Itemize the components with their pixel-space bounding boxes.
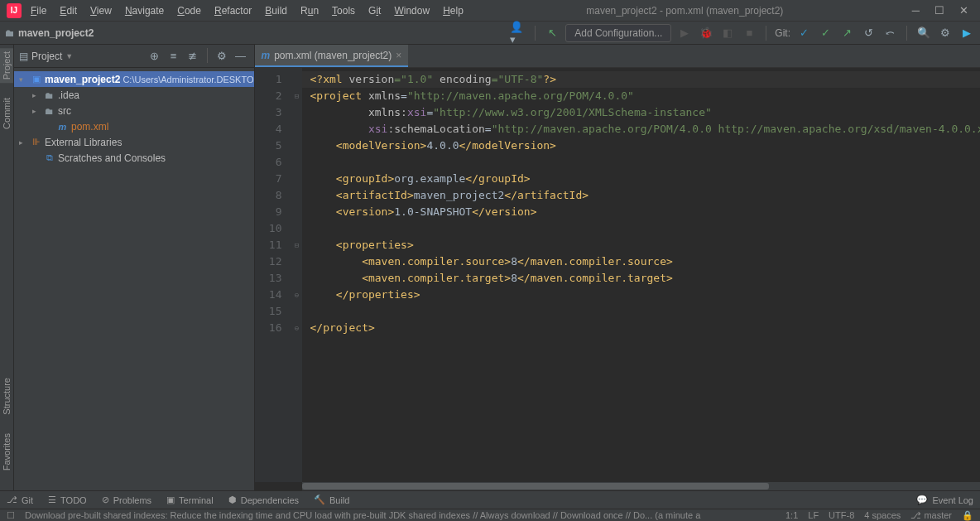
tool-todo[interactable]: ☰TODO (48, 494, 87, 505)
hide-icon[interactable]: — (233, 48, 249, 65)
status-encoding[interactable]: UTF-8 (829, 510, 854, 520)
left-tool-rail: Project Commit Structure Favorites (0, 45, 14, 490)
git-label: Git: (775, 27, 790, 39)
close-icon[interactable]: ✕ (959, 4, 968, 17)
titlebar: IJ File Edit View Navigate Code Refactor… (0, 0, 980, 22)
folder-icon: 🖿 (5, 27, 15, 39)
status-window-icon[interactable]: ☐ (7, 510, 15, 521)
folder-icon: 🖿 (43, 89, 55, 101)
tree-src[interactable]: ▸ 🖿 src (14, 103, 254, 118)
menu-edit[interactable]: Edit (54, 2, 83, 19)
menu-navigate[interactable]: Navigate (119, 2, 170, 19)
maximize-icon[interactable]: ☐ (934, 4, 944, 17)
collapse-arrow-icon[interactable]: ▸ (32, 107, 41, 115)
expand-icon[interactable]: ≡ (166, 48, 182, 65)
maven-icon: m (56, 120, 69, 133)
tree-pom[interactable]: m pom.xml (14, 118, 254, 134)
rail-structure[interactable]: Structure (0, 374, 13, 418)
panel-title[interactable]: Project (31, 51, 62, 62)
status-branch[interactable]: ⎇ master (910, 510, 952, 521)
tool-build[interactable]: 🔨Build (314, 494, 349, 505)
minimize-icon[interactable]: ─ (912, 4, 920, 17)
git-update-icon[interactable]: ✓ (795, 25, 812, 41)
tab-close-icon[interactable]: × (396, 50, 401, 61)
editor-tabs: m pom.xml (maven_project2) × ✔ (255, 45, 980, 68)
main-menu: File Edit View Navigate Code Refactor Bu… (25, 2, 469, 19)
code-editor[interactable]: 12345678910111213141516 ⊟⊟⊖⊖ <?xml versi… (255, 68, 980, 482)
dropdown-icon[interactable]: ▼ (65, 52, 73, 60)
status-indent[interactable]: 4 spaces (864, 510, 901, 520)
git-commit-icon[interactable]: ✓ (817, 25, 833, 41)
rail-commit[interactable]: Commit (0, 94, 13, 133)
tool-event-log[interactable]: 💬Event Log (916, 494, 973, 505)
scratches-label: Scratches and Consoles (58, 152, 166, 164)
tool-dependencies[interactable]: ⬢Dependencies (228, 494, 299, 505)
root-name: maven_project2 (45, 74, 120, 85)
scratch-icon: ⧉ (43, 152, 55, 164)
tree-scratches[interactable]: ⧉ Scratches and Consoles (14, 150, 254, 166)
library-icon: ⊪ (30, 136, 42, 148)
status-position[interactable]: 1:1 (785, 510, 798, 520)
locate-icon[interactable]: ⊕ (147, 48, 163, 65)
menu-run[interactable]: Run (295, 2, 324, 19)
gear-icon[interactable]: ⚙ (214, 48, 230, 65)
tool-terminal[interactable]: ▣Terminal (166, 494, 214, 505)
terminal-icon: ▣ (166, 494, 175, 505)
lock-icon[interactable]: 🔒 (962, 510, 973, 521)
module-icon: ▣ (30, 73, 42, 85)
debug-icon[interactable]: 🐞 (698, 25, 714, 41)
history-icon[interactable]: ↺ (860, 25, 877, 41)
settings-icon[interactable]: ⚙ (937, 25, 954, 41)
status-line-sep[interactable]: LF (808, 510, 819, 520)
ext-label: External Libraries (45, 137, 122, 148)
project-panel-header: ▤ Project ▼ ⊕ ≡ ≢ ⚙ — (14, 45, 254, 68)
collapse-icon[interactable]: ≢ (185, 48, 201, 65)
tree-root[interactable]: ▾ ▣ maven_project2 C:\Users\Administrato… (14, 71, 254, 87)
folder-icon: 🖿 (43, 104, 55, 117)
back-icon[interactable]: ↖ (544, 25, 560, 41)
menu-git[interactable]: Git (363, 2, 387, 19)
tab-pom[interactable]: m pom.xml (maven_project2) × (255, 45, 409, 67)
learn-icon[interactable]: ▶ (958, 25, 975, 41)
deps-icon: ⬢ (228, 494, 237, 505)
menu-tools[interactable]: Tools (326, 2, 361, 19)
horizontal-scrollbar[interactable] (302, 482, 980, 490)
tree-idea[interactable]: ▸ 🖿 .idea (14, 87, 254, 103)
code-content[interactable]: <?xml version="1.0" encoding="UTF-8"?> <… (302, 68, 980, 482)
user-icon[interactable]: 👤▾ (510, 25, 526, 41)
tab-label: pom.xml (maven_project2) (274, 50, 392, 61)
coverage-icon[interactable]: ◧ (719, 25, 736, 41)
menu-file[interactable]: File (25, 2, 52, 19)
search-icon[interactable]: 🔍 (915, 25, 932, 41)
fold-column[interactable]: ⊟⊟⊖⊖ (292, 68, 302, 482)
rollback-icon[interactable]: ⤺ (882, 25, 898, 41)
hammer-icon: 🔨 (314, 494, 325, 505)
window-buttons: ─ ☐ ✕ (901, 4, 980, 17)
menu-refactor[interactable]: Refactor (209, 2, 257, 19)
collapse-arrow-icon[interactable]: ▸ (32, 91, 41, 99)
expand-arrow-icon[interactable]: ▾ (19, 75, 27, 84)
add-configuration-button[interactable]: Add Configuration... (565, 24, 671, 42)
root-path: C:\Users\Administrator.DESKTO (122, 75, 253, 84)
run-icon[interactable]: ▶ (676, 25, 693, 41)
breadcrumb[interactable]: 🖿 maven_project2 (5, 27, 94, 39)
rail-favorites[interactable]: Favorites (0, 430, 13, 474)
tool-git[interactable]: ⎇Git (7, 494, 33, 505)
warning-icon: ⊘ (102, 494, 109, 505)
status-message[interactable]: Download pre-built shared indexes: Reduc… (25, 510, 776, 520)
menu-view[interactable]: View (84, 2, 118, 19)
list-icon: ☰ (48, 494, 56, 505)
breadcrumb-project: maven_project2 (18, 27, 94, 39)
tree-external-libs[interactable]: ▸ ⊪ External Libraries (14, 134, 254, 150)
menu-help[interactable]: Help (437, 2, 469, 19)
menu-code[interactable]: Code (171, 2, 207, 19)
menu-window[interactable]: Window (388, 2, 435, 19)
project-view-icon: ▤ (19, 51, 28, 62)
line-gutter: 12345678910111213141516 (255, 68, 292, 482)
menu-build[interactable]: Build (259, 2, 293, 19)
rail-project[interactable]: Project (0, 48, 13, 83)
git-push-icon[interactable]: ↗ (838, 25, 855, 41)
collapse-arrow-icon[interactable]: ▸ (19, 138, 27, 147)
stop-icon[interactable]: ■ (741, 25, 757, 41)
tool-problems[interactable]: ⊘Problems (102, 494, 151, 505)
